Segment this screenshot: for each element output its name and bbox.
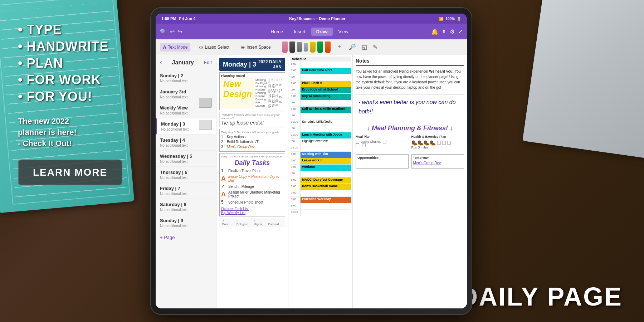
sidebar-item-tuesday4[interactable]: Tuesday | 4 No additional text [156,135,216,151]
notes-panel: Notes You asked for an improved typing e… [352,55,467,308]
planner-content: Monday | 3 2022 DAILY JAN Planning Board… [216,55,467,308]
pen-tools [282,42,331,53]
status-date: Fri Jun 4 [179,16,196,21]
slot-600b: 6:00 Don's Basketball Game [290,184,351,190]
daily-page: Monday | 3 2022 DAILY JAN Planning Board… [216,55,288,308]
key-item-1: 1 Key Actions [221,135,283,139]
meal-empty [356,143,409,147]
text-mode-tool[interactable]: A Text Mode [160,43,190,52]
exercise-checkbox-3[interactable] [447,141,451,145]
slot-700: 7:00 Pick Lunch !! [290,81,351,87]
redo-icon[interactable]: ↪ [177,28,182,35]
health-exercise-col: Health & Exercise Plan 🥾🥾🥾🥾 Run 3 miles [411,135,464,149]
morning-item-4: Evening Pre-Launch [255,98,267,107]
tab-draw[interactable]: Draw [311,28,333,36]
insert-space-label: Insert Space [247,45,270,50]
morning-checklist: Morning PreFlight Morning Routine Evenin… [255,78,267,108]
slot-500b: 5:00 MACCI Dairyfest Coverage [290,177,351,184]
slot-1000: 10:00 Schedule Millie/Jodie [290,119,351,126]
daily-year-label: 2022 DAILY JAN [258,59,282,69]
sidebar-item-friday7[interactable]: Friday | 7 No additional text [156,183,216,199]
pen-eraser-icon[interactable]: ◱ [362,44,367,50]
ipad-device: 1:55 PM Fri Jun 4 Key2Success – Demo Pla… [150,7,472,315]
expand-icon[interactable]: ⤢ [458,29,463,34]
pen-light[interactable] [304,43,308,52]
pen-gray[interactable] [297,42,302,52]
slot-100: 1:00 Meeting with Tim [290,152,351,158]
sidebar-item-jan3[interactable]: January 3rd No additional text [156,86,216,102]
pen-pink[interactable] [282,42,288,53]
todo-2: A Easily Copy + Paste from day to Day [221,175,283,182]
todo-3: ✓ Send in Mileage [221,184,283,189]
sidebar-item-sunday9[interactable]: Sunday | 9 No additional text [156,215,216,231]
bullet-for-work: • FOR WORK [18,72,161,88]
sidebar-back-button[interactable]: ‹ [160,59,162,66]
share-icon[interactable]: ⬆ [442,29,446,34]
tab-insert[interactable]: Insert [289,28,311,36]
exercise-run: 🥾🥾🥾🥾 [411,140,464,146]
text-mode-label: Text Mode [168,45,187,50]
tab-home[interactable]: Home [266,28,288,36]
pen-green[interactable] [317,42,323,53]
slot-1000b: 10:00 [290,210,351,216]
slot-830: :30 [290,100,351,107]
daily-key-section: Daily Key 3 The list that will impact yo… [219,129,285,152]
ipad-screen: 1:55 PM Fri Jun 4 Key2Success – Demo Pla… [156,14,467,308]
meal-checkbox-1b[interactable] [383,140,386,143]
tomorrow-mens-group[interactable]: Men's Group Dev [413,161,463,165]
bell-icon[interactable]: 🔔 [431,28,438,35]
daily-header: Monday | 3 2022 DAILY JAN [219,58,285,71]
legend-bar: ✓ Done • Delegate ! Urgent → Forward [219,218,285,227]
undo-icon[interactable]: ↩ [170,28,175,35]
meal-plan-col: Meal Plan Lucky Charms [356,135,409,149]
battery-icon: 🔋 [457,17,461,21]
sidebar-item-saturday8[interactable]: Saturday | 8 No additional text [156,199,216,215]
big-weekly-link[interactable]: Big Weekly List [221,211,283,215]
exercise-checkbox-4[interactable] [430,146,433,149]
notes-typed-text: You asked for an improved typing experie… [356,69,464,90]
add-page-button[interactable]: + Page [156,231,216,244]
meal-checkbox-2b[interactable] [362,143,366,147]
insert-space-tool[interactable]: ⊕ Insert Space [238,43,273,52]
sidebar-item-sunday2[interactable]: Sunday | 2 No additional text [156,70,216,86]
lasso-select-tool[interactable]: ⊙ Lasso Select [196,43,232,52]
sidebar-item-wednesday5[interactable]: Wednesday | 5 No additional text [156,151,216,167]
slot-1030: :30 [290,126,351,132]
sidebar-item-thursday6[interactable]: Thursday | 6 No additional text [156,167,216,183]
sidebar-edit-button[interactable]: Edit [204,60,212,65]
pen-dark[interactable] [289,42,295,53]
tomorrow-box: Tomorrow Men's Group Dev [411,154,464,169]
status-app-name: Key2Success – Demo Planner [289,16,345,21]
settings-icon[interactable]: ⚙ [450,28,455,35]
planning-board-content: New Design Morning PreFlight Morning Rou… [221,78,283,108]
sidebar-item-monday3[interactable]: Monday | 3 No additional text [156,118,216,135]
pen-pencil-icon[interactable]: ✎ [373,44,377,50]
opportunities-title: Opportunities [357,156,407,160]
sidebar-month: January [172,59,194,66]
pen-yellow[interactable] [310,42,316,53]
todo-4: A Assign Miller Bradford Marketing Proje… [221,190,283,198]
pen-orange-red[interactable] [325,42,331,53]
main-toolbar: 🔍 ↩ ↪ Home Insert Draw View 🔔 ⬆ ⚙ ⤢ [156,24,467,39]
meal-checkbox-1[interactable] [356,140,359,143]
exercise-checkbox-2[interactable] [442,141,446,145]
exercise-checkbox-1[interactable] [437,141,441,145]
meal-checkbox-2[interactable] [356,143,359,147]
tab-view[interactable]: View [333,28,353,36]
slot-930: :30 [290,113,351,119]
daily-month: JAN [258,64,282,69]
slot-630: :30 [290,74,351,81]
morning-item-3: Evening Routine [255,91,267,98]
october-task-link[interactable]: October Task List [221,207,283,211]
learn-more-button[interactable]: LEARN MORE [18,160,122,185]
slot-800b: 8:00 Extended Workday [290,197,351,203]
slot-500: 5:00 [290,62,351,68]
sidebar: ‹ January Edit Sunday | 2 No additional … [156,55,216,308]
pen-settings-icon[interactable]: 🔎 [349,44,356,50]
sidebar-thumb-jan3 [199,98,212,108]
bullet-type: • TYPE [18,21,161,38]
search-icon[interactable]: 🔍 [160,28,167,35]
daily-day-title: Monday | 3 [223,61,256,68]
notebook-decoration-right [522,0,644,158]
add-pen-icon[interactable]: + [338,43,342,51]
